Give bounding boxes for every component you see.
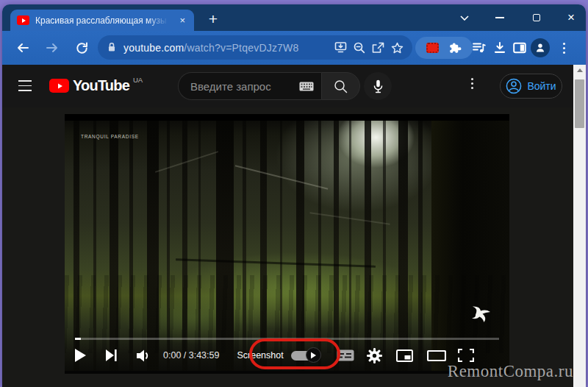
chevron-down-icon [460, 15, 469, 21]
search-icon [334, 79, 348, 93]
miniplayer-button[interactable] [396, 349, 413, 362]
youtube-favicon-icon [17, 15, 29, 25]
volume-icon [137, 349, 151, 362]
next-button[interactable] [106, 349, 117, 361]
letterbox-bar [65, 114, 509, 121]
scrollbar-up-button[interactable] [573, 65, 586, 76]
page-scrollbar[interactable] [573, 65, 586, 387]
media-controls-button[interactable] [470, 38, 489, 57]
back-arrow-icon [16, 43, 29, 53]
url-text: youtube.com/watch?v=PtqevDJz7W8 [123, 42, 328, 54]
play-icon [75, 349, 86, 362]
theater-icon [427, 350, 446, 361]
arrow-up-icon [577, 68, 583, 72]
install-app-button[interactable] [334, 42, 347, 53]
voice-search-button[interactable] [364, 72, 392, 100]
dove-logo-icon [470, 305, 491, 324]
play-button[interactable] [75, 349, 86, 362]
keyboard-icon[interactable] [299, 82, 314, 91]
share-button[interactable] [372, 42, 384, 54]
window-close-button[interactable]: × [554, 4, 586, 31]
lock-icon [107, 42, 117, 53]
scrollbar-thumb[interactable] [575, 79, 584, 128]
youtube-settings-menu-button[interactable] [471, 78, 473, 89]
downloads-button[interactable] [490, 38, 509, 57]
media-playlist-icon [473, 42, 487, 54]
fullscreen-icon [458, 349, 474, 362]
youtube-region-label: UA [133, 76, 143, 84]
sign-in-button[interactable]: Войти [500, 74, 562, 99]
url-host: youtube.com [123, 42, 184, 54]
adblock-extension-icon[interactable] [426, 43, 439, 53]
guide-menu-button[interactable] [18, 80, 32, 91]
maximize-button[interactable] [520, 4, 553, 31]
tab-close-icon[interactable]: × [177, 14, 187, 26]
side-panel-icon [513, 42, 526, 54]
time-display: 0:00 / 3:43:59 [163, 350, 219, 361]
person-circle-icon [506, 78, 522, 94]
search-button[interactable] [321, 72, 360, 100]
url-path: /watch?v=PtqevDJz7W8 [184, 42, 298, 54]
kebab-menu-icon [563, 43, 565, 54]
tab-strip: Красивая расслабляющая музы × + × [2, 4, 586, 31]
share-icon [372, 42, 384, 54]
microphone-icon [372, 79, 384, 93]
forward-arrow-icon [46, 43, 59, 53]
bookmark-button[interactable] [391, 42, 404, 54]
youtube-logo[interactable]: YouTube UA [49, 77, 143, 94]
progress-played [75, 338, 81, 340]
miniplayer-icon [396, 349, 413, 362]
avatar [531, 38, 550, 57]
new-tab-button[interactable]: + [202, 9, 224, 29]
star-icon [391, 42, 404, 54]
youtube-logo-text: YouTube [73, 77, 129, 94]
profile-button[interactable] [531, 38, 550, 57]
gear-icon [367, 348, 382, 363]
theater-mode-button[interactable] [427, 350, 446, 361]
side-panel-button[interactable] [510, 38, 529, 57]
extensions-area [415, 37, 473, 59]
video-player[interactable]: TRANQUIL PARADISE [65, 114, 509, 374]
reload-icon [76, 42, 88, 54]
youtube-header: YouTube UA [2, 65, 573, 107]
forward-button[interactable] [43, 40, 61, 56]
back-button[interactable] [14, 40, 32, 56]
search-bar [178, 72, 360, 100]
volume-button[interactable] [137, 349, 151, 362]
next-icon [106, 349, 117, 361]
close-icon: × [567, 10, 575, 25]
site-watermark: RemontCompa.ru [448, 362, 573, 381]
maximize-icon [533, 14, 540, 21]
sign-in-label: Войти [527, 80, 556, 92]
puzzle-icon [449, 42, 462, 54]
minimize-button[interactable] [483, 4, 517, 31]
install-icon [334, 42, 347, 53]
letterbox-bar [65, 371, 509, 374]
youtube-page: YouTube UA [2, 65, 586, 387]
youtube-logo-icon [49, 79, 69, 93]
browser-toolbar: youtube.com/watch?v=PtqevDJz7W8 [2, 31, 586, 65]
plus-icon: + [209, 10, 218, 28]
red-highlight-annotation [249, 338, 340, 369]
fullscreen-button[interactable] [458, 349, 474, 362]
channel-watermark-text: TRANQUIL PARADISE [81, 134, 139, 139]
person-icon [534, 42, 546, 54]
zoom-out-icon [354, 42, 365, 54]
browser-tab[interactable]: Красивая расслабляющая музы × [10, 10, 194, 31]
search-input[interactable] [190, 80, 299, 93]
settings-button[interactable] [367, 348, 382, 363]
tab-search-button[interactable] [448, 4, 481, 31]
reload-button[interactable] [73, 40, 90, 56]
download-icon [494, 42, 506, 54]
address-bar[interactable]: youtube.com/watch?v=PtqevDJz7W8 [98, 35, 412, 60]
minimize-icon [495, 17, 504, 18]
zoom-button[interactable] [354, 42, 365, 54]
tab-title: Красивая расслабляющая музы [35, 15, 171, 26]
browser-window: Красивая расслабляющая музы × + × [2, 4, 586, 387]
browser-menu-button[interactable] [554, 38, 573, 57]
extensions-button[interactable] [449, 42, 462, 54]
desktop-background: Красивая расслабляющая музы × + × [0, 0, 588, 387]
search-field-container[interactable] [178, 72, 321, 100]
